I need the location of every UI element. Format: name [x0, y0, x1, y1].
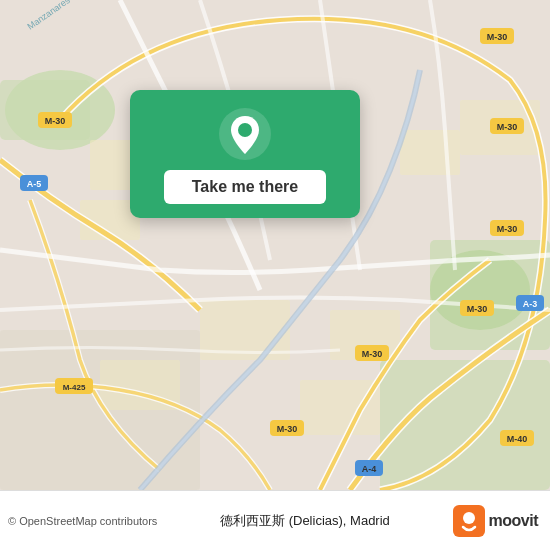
bottom-bar: © OpenStreetMap contributors 德利西亚斯 (Deli… — [0, 490, 550, 550]
svg-rect-13 — [300, 380, 380, 435]
svg-text:A-4: A-4 — [362, 464, 377, 474]
take-me-there-button[interactable]: Take me there — [164, 170, 326, 204]
svg-text:M-30: M-30 — [45, 116, 66, 126]
map-container: M-30 M-30 M-30 M-30 M-30 M-30 M-30 A-5 A… — [0, 0, 550, 490]
svg-text:M-30: M-30 — [277, 424, 298, 434]
svg-point-43 — [463, 512, 475, 524]
svg-text:M-30: M-30 — [362, 349, 383, 359]
svg-text:M-30: M-30 — [497, 224, 518, 234]
svg-rect-2 — [0, 80, 90, 140]
location-card: Take me there — [130, 90, 360, 218]
moovit-text: moovit — [489, 512, 538, 530]
svg-text:M-30: M-30 — [467, 304, 488, 314]
moovit-icon — [453, 505, 485, 537]
svg-text:M-30: M-30 — [497, 122, 518, 132]
moovit-logo: moovit — [453, 505, 538, 537]
svg-text:A-5: A-5 — [27, 179, 42, 189]
svg-rect-11 — [400, 130, 460, 175]
svg-text:M-40: M-40 — [507, 434, 528, 444]
svg-text:A-3: A-3 — [523, 299, 538, 309]
place-label: 德利西亚斯 (Delicias), Madrid — [157, 512, 452, 530]
svg-point-41 — [238, 123, 252, 137]
location-pin-icon — [219, 108, 271, 160]
svg-text:M-425: M-425 — [63, 383, 86, 392]
svg-text:M-30: M-30 — [487, 32, 508, 42]
copyright-text: © OpenStreetMap contributors — [8, 515, 157, 527]
